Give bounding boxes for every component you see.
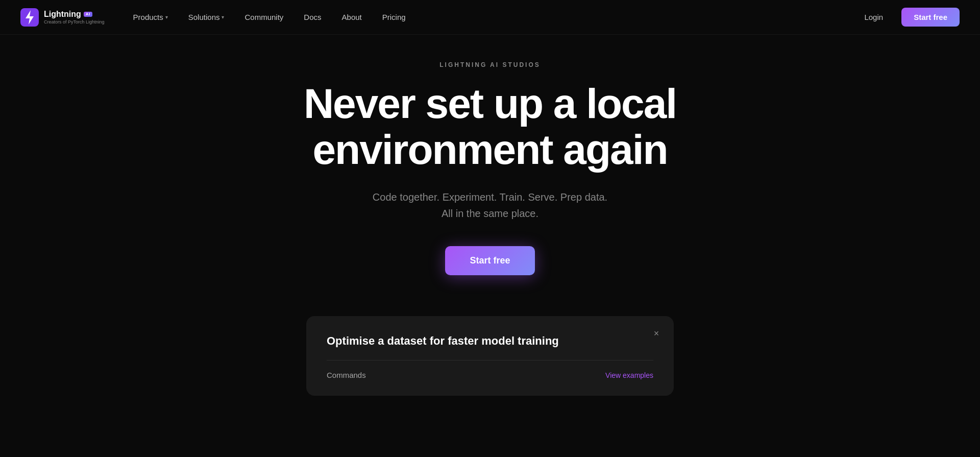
nav-item-products[interactable]: Products ▾	[125, 9, 176, 26]
logo-name: Lightning	[44, 10, 81, 18]
navbar: Lightning AI Creators of PyTorch Lightni…	[0, 0, 980, 35]
login-button[interactable]: Login	[854, 9, 893, 26]
nav-item-docs[interactable]: Docs	[296, 9, 329, 26]
start-free-hero-button[interactable]: Start free	[445, 246, 534, 275]
chevron-down-icon-solutions: ▾	[222, 14, 224, 20]
lightning-logo-icon	[20, 8, 39, 27]
nav-item-solutions[interactable]: Solutions ▾	[180, 9, 233, 26]
hero-subtitle-line1: Code together. Experiment. Train. Serve.…	[373, 191, 607, 203]
card-commands-row: Commands View examples	[327, 371, 653, 379]
card-commands-label: Commands	[327, 371, 366, 379]
card-section: × Optimise a dataset for faster model tr…	[0, 306, 980, 396]
hero-subtitle: Code together. Experiment. Train. Serve.…	[373, 189, 607, 222]
navbar-left: Lightning AI Creators of PyTorch Lightni…	[20, 8, 414, 27]
start-free-nav-button[interactable]: Start free	[901, 8, 960, 27]
close-icon: ×	[654, 328, 659, 339]
card-title: Optimise a dataset for faster model trai…	[327, 334, 653, 348]
nav-links: Products ▾ Solutions ▾ Community Docs Ab…	[125, 9, 414, 26]
hero-label: LIGHTNING AI STUDIOS	[439, 61, 541, 68]
nav-label-pricing: Pricing	[382, 13, 406, 21]
view-examples-button[interactable]: View examples	[605, 371, 653, 379]
card-divider	[327, 360, 653, 360]
logo[interactable]: Lightning AI Creators of PyTorch Lightni…	[20, 8, 105, 27]
logo-text: Lightning AI Creators of PyTorch Lightni…	[44, 10, 105, 25]
logo-ai-badge: AI	[84, 12, 92, 17]
info-card: × Optimise a dataset for faster model tr…	[306, 316, 674, 396]
nav-label-solutions: Solutions	[188, 13, 220, 21]
nav-label-docs: Docs	[304, 13, 321, 21]
close-button[interactable]: ×	[649, 326, 664, 341]
hero-section: LIGHTNING AI STUDIOS Never set up a loca…	[0, 0, 980, 306]
nav-item-community[interactable]: Community	[236, 9, 291, 26]
chevron-down-icon-products: ▾	[165, 14, 168, 20]
nav-item-about[interactable]: About	[334, 9, 370, 26]
nav-label-about: About	[342, 13, 362, 21]
logo-title-row: Lightning AI	[44, 10, 105, 18]
navbar-right: Login Start free	[854, 8, 960, 27]
nav-label-products: Products	[133, 13, 163, 21]
hero-subtitle-line2: All in the same place.	[442, 208, 538, 219]
hero-title: Never set up a local environment again	[209, 81, 771, 173]
logo-subtitle: Creators of PyTorch Lightning	[44, 19, 105, 25]
nav-label-community: Community	[244, 13, 283, 21]
nav-item-pricing[interactable]: Pricing	[374, 9, 414, 26]
